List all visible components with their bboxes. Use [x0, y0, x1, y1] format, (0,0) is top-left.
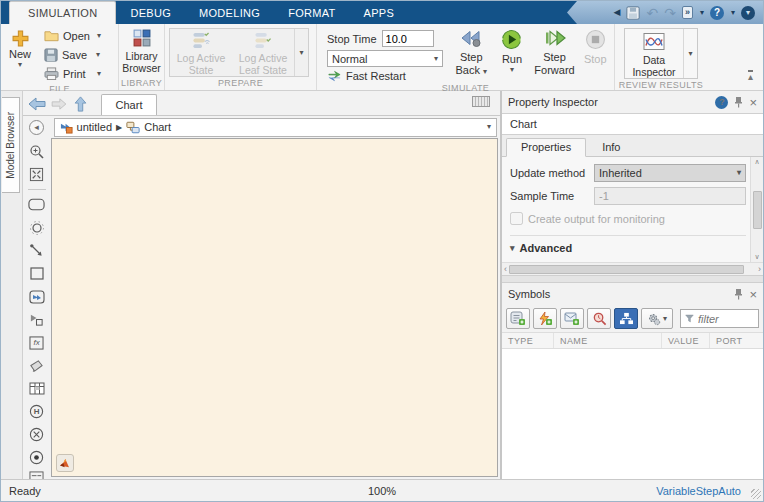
truth-table-tool[interactable]: [26, 379, 48, 398]
symbols-filter[interactable]: [680, 309, 759, 328]
stop-time-input[interactable]: [382, 30, 434, 47]
print-button[interactable]: Print ▾: [41, 64, 104, 83]
scroll-up-icon[interactable]: ∧: [754, 158, 759, 166]
open-caret-icon[interactable]: ▾: [97, 32, 101, 40]
link-subchart-tool[interactable]: [26, 310, 48, 329]
annotation-flag-tool[interactable]: [26, 356, 48, 375]
chart-icon: [126, 121, 140, 134]
function-tool[interactable]: fx: [26, 333, 48, 352]
pi-vertical-scrollbar[interactable]: ∧ ∨: [750, 157, 763, 262]
advanced-caret-icon: ▾: [510, 244, 515, 253]
section-library: Library Browser LIBRARY: [119, 24, 165, 90]
nav-up-icon[interactable]: [71, 95, 91, 113]
pi-close-icon[interactable]: ×: [749, 95, 757, 110]
pi-help-icon[interactable]: ?: [715, 96, 728, 109]
pi-hscroll-thumb[interactable]: [509, 265, 744, 274]
column-port[interactable]: PORT: [710, 333, 763, 348]
history-h-glyph: H: [34, 407, 40, 416]
symbols-filter-input[interactable]: [698, 313, 754, 325]
minimize-ribbon-icon[interactable]: ▾: [741, 6, 755, 20]
save-icon[interactable]: [626, 6, 640, 20]
viewport-badge-icon[interactable]: [472, 96, 490, 107]
help-icon[interactable]: ?: [710, 6, 724, 20]
tab-debug[interactable]: DEBUG: [116, 1, 185, 24]
simulation-mode-select[interactable]: Normal ▾: [327, 50, 443, 67]
pi-tab-info[interactable]: Info: [588, 139, 634, 156]
scroll-right-icon[interactable]: ›: [758, 264, 761, 274]
pi-pin-icon[interactable]: [734, 96, 743, 108]
save-button[interactable]: Save ▾: [41, 45, 104, 64]
symbols-close-icon[interactable]: ×: [749, 287, 757, 302]
tab-modeling[interactable]: MODELING: [185, 1, 274, 24]
breadcrumb[interactable]: untitled ▶ Chart ▾: [54, 118, 497, 137]
fit-to-view-tool[interactable]: [26, 165, 48, 184]
matlab-badge-button[interactable]: [56, 454, 74, 472]
logging-group-caret[interactable]: ▾: [294, 29, 308, 76]
update-method-select[interactable]: Inherited ▾: [594, 164, 746, 182]
symbols-pin-icon[interactable]: [734, 288, 743, 300]
box-tool[interactable]: [26, 264, 48, 283]
tab-format[interactable]: FORMAT: [274, 1, 349, 24]
library-browser-button[interactable]: Library Browser: [120, 26, 164, 74]
data-inspector-caret[interactable]: ▾: [683, 29, 697, 78]
create-event-button[interactable]: [533, 308, 557, 329]
column-type[interactable]: TYPE: [502, 333, 554, 348]
collapse-ribbon-button[interactable]: ▴: [738, 24, 763, 90]
run-button[interactable]: Run ▾: [493, 26, 530, 74]
symbols-table-body[interactable]: [502, 349, 763, 479]
fast-restart-toggle[interactable]: Fast Restart: [327, 70, 443, 82]
more-commands-icon[interactable]: »: [682, 6, 693, 19]
save-caret-icon[interactable]: ▾: [96, 51, 100, 59]
data-inspector-button[interactable]: Data Inspector: [625, 29, 683, 78]
more-commands-caret-icon[interactable]: ▾: [700, 8, 704, 17]
exclusive-junction-tool[interactable]: [26, 425, 48, 444]
scroll-left-icon[interactable]: ‹: [504, 264, 507, 274]
stop-button: Stop: [579, 26, 612, 66]
breadcrumb-chart-label[interactable]: Chart: [144, 121, 171, 133]
resolve-symbols-button[interactable]: [587, 308, 611, 329]
model-browser-tab[interactable]: Model Browser: [2, 97, 20, 193]
document-tab-chart[interactable]: Chart: [101, 94, 158, 115]
breadcrumb-model-label[interactable]: untitled: [77, 121, 112, 133]
column-name[interactable]: NAME: [554, 333, 662, 348]
tab-apps[interactable]: APPS: [350, 1, 409, 24]
step-back-button[interactable]: Step Back ▾: [449, 26, 493, 76]
resize-grip[interactable]: [751, 489, 761, 499]
chart-canvas[interactable]: [51, 138, 498, 477]
new-button[interactable]: New ▾: [3, 26, 37, 69]
editor-nav-bar: Chart: [23, 91, 500, 115]
simulink-state-tool[interactable]: [26, 287, 48, 306]
new-caret-icon[interactable]: ▾: [18, 61, 22, 69]
open-button[interactable]: Open ▾: [41, 26, 104, 45]
panel-splitter[interactable]: [502, 275, 763, 283]
symbols-settings-button[interactable]: ▾: [641, 308, 673, 329]
zoom-in-tool[interactable]: [26, 142, 48, 161]
tab-simulation[interactable]: SIMULATION: [9, 1, 116, 24]
clipped-bottom-tool[interactable]: [26, 471, 48, 479]
status-solver-link[interactable]: VariableStepAuto: [656, 485, 755, 497]
pi-vscroll-thumb[interactable]: [753, 191, 762, 229]
default-transition-tool[interactable]: [26, 241, 48, 260]
print-caret-icon[interactable]: ▾: [97, 70, 101, 78]
pi-tab-properties[interactable]: Properties: [506, 138, 586, 157]
stop-icon: [585, 29, 606, 50]
qat-collapse-icon[interactable]: ◀: [614, 8, 621, 17]
step-forward-button[interactable]: Step Forward: [531, 26, 579, 76]
column-value[interactable]: VALUE: [662, 333, 710, 348]
step-back-caret-icon[interactable]: ▾: [483, 67, 487, 76]
advanced-section-toggle[interactable]: ▾ Advanced: [510, 235, 746, 262]
nav-back-icon[interactable]: [27, 95, 47, 113]
entry-junction-tool[interactable]: [26, 448, 48, 467]
pi-horizontal-scrollbar[interactable]: ‹ ›: [502, 262, 763, 275]
create-message-button[interactable]: [560, 308, 584, 329]
create-data-button[interactable]: [506, 308, 530, 329]
state-tool[interactable]: [26, 195, 48, 214]
run-caret-icon[interactable]: ▾: [510, 66, 514, 74]
help-caret-icon[interactable]: ▾: [731, 8, 735, 17]
breadcrumb-caret-icon[interactable]: ▾: [487, 123, 491, 131]
collapse-palette-button[interactable]: ◂: [29, 120, 44, 135]
history-junction-tool[interactable]: H: [26, 402, 48, 421]
scroll-down-icon[interactable]: ∨: [754, 253, 759, 261]
junction-tool[interactable]: [26, 218, 48, 237]
show-child-symbols-button[interactable]: [614, 308, 638, 329]
